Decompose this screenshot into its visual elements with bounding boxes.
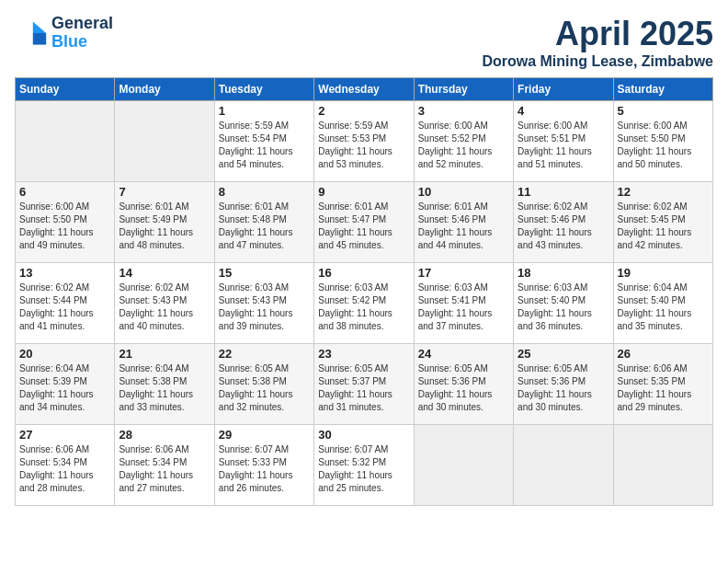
day-number: 24 [418, 347, 509, 361]
calendar-cell: 24Sunrise: 6:05 AMSunset: 5:36 PMDayligh… [414, 344, 513, 425]
calendar-cell: 27Sunrise: 6:06 AMSunset: 5:34 PMDayligh… [16, 425, 115, 506]
day-detail: Sunrise: 6:05 AMSunset: 5:36 PMDaylight:… [518, 362, 609, 414]
calendar-cell: 13Sunrise: 6:02 AMSunset: 5:44 PMDayligh… [16, 263, 115, 344]
weekday-header: Friday [514, 78, 613, 101]
calendar-cell: 16Sunrise: 6:03 AMSunset: 5:42 PMDayligh… [314, 263, 414, 344]
weekday-header: Sunday [16, 78, 115, 101]
day-detail: Sunrise: 6:05 AMSunset: 5:38 PMDaylight:… [219, 362, 310, 414]
calendar-cell: 30Sunrise: 6:07 AMSunset: 5:32 PMDayligh… [314, 425, 414, 506]
calendar-cell: 21Sunrise: 6:04 AMSunset: 5:38 PMDayligh… [115, 344, 214, 425]
calendar-cell: 19Sunrise: 6:04 AMSunset: 5:40 PMDayligh… [613, 263, 712, 344]
calendar-week-row: 13Sunrise: 6:02 AMSunset: 5:44 PMDayligh… [16, 263, 713, 344]
day-number: 28 [119, 428, 210, 442]
day-detail: Sunrise: 6:01 AMSunset: 5:48 PMDaylight:… [219, 201, 310, 252]
day-number: 14 [119, 266, 210, 280]
day-number: 25 [518, 347, 609, 361]
day-detail: Sunrise: 6:00 AMSunset: 5:50 PMDaylight:… [618, 120, 709, 171]
day-detail: Sunrise: 6:01 AMSunset: 5:46 PMDaylight:… [418, 201, 509, 252]
calendar-header-row: SundayMondayTuesdayWednesdayThursdayFrid… [16, 78, 713, 101]
day-detail: Sunrise: 6:02 AMSunset: 5:46 PMDaylight:… [518, 201, 609, 252]
calendar-cell: 4Sunrise: 6:00 AMSunset: 5:51 PMDaylight… [514, 101, 613, 182]
day-number: 18 [518, 266, 609, 280]
day-number: 3 [418, 104, 509, 118]
calendar-cell: 26Sunrise: 6:06 AMSunset: 5:35 PMDayligh… [613, 344, 712, 425]
day-detail: Sunrise: 6:00 AMSunset: 5:51 PMDaylight:… [518, 120, 609, 171]
day-number: 17 [418, 266, 509, 280]
calendar-cell: 23Sunrise: 6:05 AMSunset: 5:37 PMDayligh… [314, 344, 414, 425]
day-detail: Sunrise: 6:06 AMSunset: 5:34 PMDaylight:… [119, 443, 210, 495]
day-number: 1 [219, 104, 310, 118]
day-detail: Sunrise: 6:04 AMSunset: 5:40 PMDaylight:… [618, 282, 709, 333]
page-header: General Blue April 2025 Dorowa Mining Le… [15, 15, 713, 70]
calendar-week-row: 27Sunrise: 6:06 AMSunset: 5:34 PMDayligh… [16, 425, 713, 506]
weekday-header: Tuesday [214, 78, 313, 101]
day-detail: Sunrise: 5:59 AMSunset: 5:54 PMDaylight:… [219, 120, 310, 171]
day-number: 29 [219, 428, 310, 442]
calendar-cell: 12Sunrise: 6:02 AMSunset: 5:45 PMDayligh… [613, 182, 712, 263]
calendar-cell [115, 101, 214, 182]
calendar-cell: 2Sunrise: 5:59 AMSunset: 5:53 PMDaylight… [314, 101, 414, 182]
day-detail: Sunrise: 6:02 AMSunset: 5:45 PMDaylight:… [618, 201, 709, 252]
calendar-cell: 18Sunrise: 6:03 AMSunset: 5:40 PMDayligh… [514, 263, 613, 344]
day-number: 9 [318, 185, 409, 199]
day-detail: Sunrise: 6:06 AMSunset: 5:35 PMDaylight:… [618, 362, 709, 414]
day-detail: Sunrise: 6:07 AMSunset: 5:33 PMDaylight:… [219, 443, 310, 495]
calendar-cell: 8Sunrise: 6:01 AMSunset: 5:48 PMDaylight… [214, 182, 313, 263]
calendar-cell [514, 425, 613, 506]
svg-marker-0 [33, 21, 46, 33]
day-number: 11 [518, 185, 609, 199]
day-number: 4 [518, 104, 609, 118]
calendar-cell [613, 425, 712, 506]
day-number: 16 [318, 266, 409, 280]
day-detail: Sunrise: 6:03 AMSunset: 5:41 PMDaylight:… [418, 282, 509, 333]
day-detail: Sunrise: 6:02 AMSunset: 5:44 PMDaylight:… [19, 282, 110, 333]
day-number: 20 [19, 347, 110, 361]
day-number: 5 [618, 104, 709, 118]
calendar-week-row: 20Sunrise: 6:04 AMSunset: 5:39 PMDayligh… [16, 344, 713, 425]
weekday-header: Saturday [613, 78, 712, 101]
location-title: Dorowa Mining Lease, Zimbabwe [482, 53, 713, 70]
calendar-cell: 17Sunrise: 6:03 AMSunset: 5:41 PMDayligh… [414, 263, 513, 344]
day-number: 27 [19, 428, 110, 442]
day-detail: Sunrise: 6:04 AMSunset: 5:39 PMDaylight:… [19, 362, 110, 414]
calendar-cell [414, 425, 513, 506]
day-detail: Sunrise: 6:00 AMSunset: 5:50 PMDaylight:… [19, 201, 110, 252]
day-detail: Sunrise: 6:00 AMSunset: 5:52 PMDaylight:… [418, 120, 509, 171]
weekday-header: Wednesday [314, 78, 414, 101]
day-number: 2 [318, 104, 409, 118]
day-number: 15 [219, 266, 310, 280]
weekday-header: Monday [115, 78, 214, 101]
day-number: 6 [19, 185, 110, 199]
day-detail: Sunrise: 6:04 AMSunset: 5:38 PMDaylight:… [119, 362, 210, 414]
day-number: 21 [119, 347, 210, 361]
calendar-week-row: 1Sunrise: 5:59 AMSunset: 5:54 PMDaylight… [16, 101, 713, 182]
calendar-table: SundayMondayTuesdayWednesdayThursdayFrid… [15, 77, 713, 506]
day-number: 30 [318, 428, 409, 442]
calendar-cell: 28Sunrise: 6:06 AMSunset: 5:34 PMDayligh… [115, 425, 214, 506]
calendar-cell [16, 101, 115, 182]
day-number: 10 [418, 185, 509, 199]
day-detail: Sunrise: 6:01 AMSunset: 5:49 PMDaylight:… [119, 201, 210, 252]
day-detail: Sunrise: 6:06 AMSunset: 5:34 PMDaylight:… [19, 443, 110, 495]
calendar-cell: 14Sunrise: 6:02 AMSunset: 5:43 PMDayligh… [115, 263, 214, 344]
logo: General Blue [15, 15, 113, 52]
calendar-cell: 25Sunrise: 6:05 AMSunset: 5:36 PMDayligh… [514, 344, 613, 425]
day-detail: Sunrise: 6:05 AMSunset: 5:36 PMDaylight:… [418, 362, 509, 414]
logo-icon [15, 17, 48, 50]
day-number: 23 [318, 347, 409, 361]
day-detail: Sunrise: 6:03 AMSunset: 5:42 PMDaylight:… [318, 282, 409, 333]
calendar-cell: 9Sunrise: 6:01 AMSunset: 5:47 PMDaylight… [314, 182, 414, 263]
svg-marker-1 [33, 33, 46, 45]
calendar-week-row: 6Sunrise: 6:00 AMSunset: 5:50 PMDaylight… [16, 182, 713, 263]
day-detail: Sunrise: 6:03 AMSunset: 5:43 PMDaylight:… [219, 282, 310, 333]
calendar-cell: 7Sunrise: 6:01 AMSunset: 5:49 PMDaylight… [115, 182, 214, 263]
logo-text: General Blue [51, 15, 113, 52]
calendar-cell: 29Sunrise: 6:07 AMSunset: 5:33 PMDayligh… [214, 425, 313, 506]
day-detail: Sunrise: 6:01 AMSunset: 5:47 PMDaylight:… [318, 201, 409, 252]
day-detail: Sunrise: 6:05 AMSunset: 5:37 PMDaylight:… [318, 362, 409, 414]
title-block: April 2025 Dorowa Mining Lease, Zimbabwe [482, 15, 713, 70]
day-number: 8 [219, 185, 310, 199]
calendar-cell: 1Sunrise: 5:59 AMSunset: 5:54 PMDaylight… [214, 101, 313, 182]
day-detail: Sunrise: 6:07 AMSunset: 5:32 PMDaylight:… [318, 443, 409, 495]
calendar-cell: 11Sunrise: 6:02 AMSunset: 5:46 PMDayligh… [514, 182, 613, 263]
